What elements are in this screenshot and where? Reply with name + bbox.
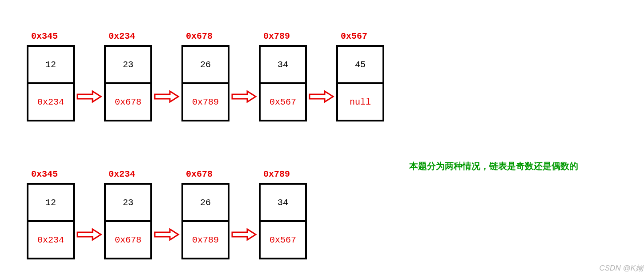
list-node: 0x567 45 null bbox=[336, 31, 384, 121]
node-box: 26 0x789 bbox=[181, 45, 229, 121]
list-node: 0x678 26 0x789 bbox=[181, 169, 229, 259]
node-address: 0x234 bbox=[109, 169, 135, 179]
node-next-pointer: 0x234 bbox=[28, 222, 73, 258]
node-value: 26 bbox=[183, 185, 228, 222]
list-node: 0x234 23 0x678 bbox=[104, 31, 152, 121]
node-next-pointer: 0x234 bbox=[28, 84, 73, 120]
list-node: 0x345 12 0x234 bbox=[27, 31, 75, 121]
linked-list-row-2: 0x345 12 0x234 0x234 23 0x678 0x678 26 0… bbox=[27, 169, 307, 259]
arrow-right-icon bbox=[76, 228, 102, 241]
list-node: 0x789 34 0x567 bbox=[259, 169, 307, 259]
node-box: 23 0x678 bbox=[104, 183, 152, 259]
node-value: 23 bbox=[106, 185, 150, 222]
arrow-right-icon bbox=[154, 90, 180, 103]
node-value: 45 bbox=[338, 47, 382, 84]
node-value: 12 bbox=[28, 47, 73, 84]
arrow-right-icon bbox=[309, 90, 334, 103]
node-address: 0x678 bbox=[186, 169, 213, 179]
node-next-pointer: null bbox=[338, 84, 382, 120]
node-box: 34 0x567 bbox=[259, 45, 307, 121]
list-node: 0x678 26 0x789 bbox=[181, 31, 229, 121]
node-address: 0x789 bbox=[263, 31, 290, 41]
explanation-note: 本题分为两种情况，链表是奇数还是偶数的 bbox=[409, 160, 578, 172]
node-address: 0x345 bbox=[31, 169, 58, 179]
node-box: 12 0x234 bbox=[27, 183, 75, 259]
node-box: 45 null bbox=[336, 45, 384, 121]
node-value: 12 bbox=[28, 185, 73, 222]
node-box: 23 0x678 bbox=[104, 45, 152, 121]
node-address: 0x345 bbox=[31, 31, 58, 41]
node-next-pointer: 0x567 bbox=[261, 222, 305, 258]
node-value: 23 bbox=[106, 47, 150, 84]
node-next-pointer: 0x567 bbox=[261, 84, 305, 120]
node-box: 12 0x234 bbox=[27, 45, 75, 121]
list-node: 0x345 12 0x234 bbox=[27, 169, 75, 259]
node-next-pointer: 0x789 bbox=[183, 222, 228, 258]
node-value: 34 bbox=[261, 47, 305, 84]
node-next-pointer: 0x678 bbox=[106, 222, 150, 258]
node-next-pointer: 0x789 bbox=[183, 84, 228, 120]
arrow-right-icon bbox=[76, 90, 102, 103]
node-address: 0x789 bbox=[263, 169, 290, 179]
node-box: 26 0x789 bbox=[181, 183, 229, 259]
arrow-right-icon bbox=[154, 228, 180, 241]
arrow-right-icon bbox=[231, 228, 257, 241]
linked-list-row-1: 0x345 12 0x234 0x234 23 0x678 0x678 26 0… bbox=[27, 31, 384, 121]
node-address: 0x234 bbox=[109, 31, 135, 41]
node-box: 34 0x567 bbox=[259, 183, 307, 259]
list-node: 0x234 23 0x678 bbox=[104, 169, 152, 259]
node-value: 34 bbox=[261, 185, 305, 222]
node-address: 0x678 bbox=[186, 31, 213, 41]
node-value: 26 bbox=[183, 47, 228, 84]
watermark-text: CSDN @K嫋 bbox=[600, 263, 644, 273]
arrow-right-icon bbox=[231, 90, 257, 103]
node-next-pointer: 0x678 bbox=[106, 84, 150, 120]
node-address: 0x567 bbox=[341, 31, 367, 41]
list-node: 0x789 34 0x567 bbox=[259, 31, 307, 121]
